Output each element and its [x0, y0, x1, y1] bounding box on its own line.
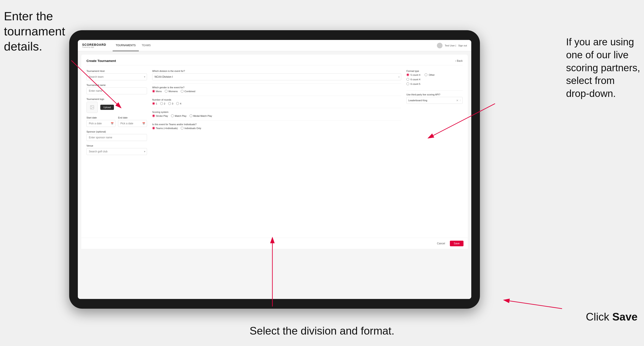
tablet-device: SCOREBOARD Powered by clippi TOURNAMENTS… [69, 30, 480, 309]
end-date-group: End date 📅 [118, 116, 147, 127]
gender-mens-radio[interactable] [152, 90, 155, 93]
save-button[interactable]: Save [450, 241, 464, 246]
rounds-2-radio[interactable] [160, 102, 163, 105]
format-6c5[interactable]: 6 count 5 [406, 82, 420, 85]
format-other-radio[interactable] [424, 73, 428, 76]
rounds-4-radio[interactable] [176, 102, 179, 105]
ann-br-bold: Save [612, 311, 638, 323]
format-other[interactable]: Other [424, 73, 435, 76]
back-link[interactable]: Back [455, 59, 463, 62]
gender-radio-group: Mens Womens Combined [152, 90, 401, 93]
division-label: Which division is the event for? [152, 70, 401, 72]
annotation-bottom-center: Select the division and format. [250, 325, 394, 337]
rounds-3[interactable]: 3 [168, 102, 173, 105]
format-6c4[interactable]: 6 count 4 [406, 78, 420, 81]
start-date-group: Start date 📅 [86, 116, 116, 127]
teams-individuals-label: Individuals Only [184, 127, 201, 130]
panel-footer: Cancel Save [81, 238, 468, 249]
format-6c4-radio[interactable] [406, 78, 409, 81]
form-columns: Tournament Host ▾ Tournament name Tourna [86, 70, 463, 159]
scoring-medal-radio[interactable] [190, 114, 192, 117]
division-group: Which division is the event for? NCAA Di… [152, 70, 401, 80]
rounds-label: Number of rounds [152, 98, 401, 101]
teams-radio-group: Teams (+Individuals) Individuals Only [152, 127, 401, 130]
format-other-wrap: Other [424, 73, 435, 78]
sponsor-input[interactable] [86, 134, 147, 141]
right-column: Format type 5 count 4 6 coun [406, 70, 463, 159]
teams-group: Is this event for Teams and/or Individua… [152, 123, 401, 130]
rounds-1[interactable]: 1 [152, 102, 157, 105]
division-select[interactable]: NCAA Division I [152, 73, 401, 80]
calendar-icon-end: 📅 [142, 122, 145, 125]
ann-bc: Select the division and format. [250, 325, 394, 337]
gender-womens-radio[interactable] [165, 90, 168, 93]
annotation-top-left-text: Enter the tournament details. [4, 9, 65, 53]
tournament-name-input[interactable] [86, 87, 147, 94]
svg-point-1 [91, 106, 92, 107]
svg-line-6 [504, 300, 562, 309]
clear-icon[interactable]: ✕ [456, 99, 458, 102]
format-6c5-radio[interactable] [406, 82, 409, 85]
rounds-1-radio[interactable] [152, 102, 155, 105]
search-icon: ▾ [144, 75, 145, 78]
scoring-stroke-radio[interactable] [152, 114, 155, 117]
expand-icon[interactable]: ⁝ [460, 99, 461, 102]
division-select-wrap: NCAA Division I [152, 73, 401, 80]
teams-individuals[interactable]: Individuals Only [181, 127, 201, 130]
rounds-1-label: 1 [156, 102, 157, 105]
scoring-medal[interactable]: Medal Match Play [190, 114, 212, 117]
live-scoring-actions: ✕ ⁝ [456, 99, 461, 102]
format-5c4-radio[interactable] [406, 73, 409, 76]
format-options-left: 5 count 4 6 count 4 6 count 5 [406, 73, 420, 87]
nav-link-teams[interactable]: TEAMS [139, 40, 154, 51]
scoring-match[interactable]: Match Play [171, 114, 186, 117]
live-scoring-group: Use third-party live scoring API? Leader… [406, 93, 463, 104]
rounds-4[interactable]: 4 [176, 102, 181, 105]
teams-teams[interactable]: Teams (+Individuals) [152, 127, 178, 130]
gender-label: Which gender is the event for? [152, 86, 401, 89]
scoring-radio-group: Stroke Play Match Play Medal Match Play [152, 114, 401, 117]
end-date-label: End date [118, 116, 147, 119]
rounds-2[interactable]: 2 [160, 102, 165, 105]
name-label: Tournament name [86, 84, 147, 86]
scoring-medal-label: Medal Match Play [193, 115, 212, 117]
create-tournament-panel: Create Tournament Back Tournament Host ▾ [81, 55, 468, 249]
gender-mens[interactable]: Mens [152, 90, 162, 93]
gender-combined-label: Combined [184, 90, 195, 93]
scoring-match-radio[interactable] [171, 114, 174, 117]
left-column: Tournament Host ▾ Tournament name Tourna [86, 70, 147, 159]
user-label: Test User | [445, 44, 456, 47]
scoring-stroke[interactable]: Stroke Play [152, 114, 168, 117]
calendar-icon: 📅 [111, 122, 114, 125]
gender-combined-radio[interactable] [181, 90, 184, 93]
venue-label: Venue [86, 144, 147, 147]
gender-womens-label: Womens [168, 90, 178, 93]
gender-womens[interactable]: Womens [165, 90, 178, 93]
format-type-group: Format type 5 count 4 6 coun [406, 70, 463, 87]
live-scoring-input-wrap: Leaderboard King ✕ ⁝ [406, 97, 463, 104]
format-5c4[interactable]: 5 count 4 [406, 73, 420, 76]
venue-search-input[interactable] [86, 148, 147, 155]
nav-logo: SCOREBOARD Powered by clippi [82, 43, 106, 48]
teams-individuals-radio[interactable] [181, 127, 184, 130]
teams-teams-radio[interactable] [152, 127, 155, 130]
live-scoring-label: Use third-party live scoring API? [406, 93, 463, 96]
teams-teams-label: Teams (+Individuals) [156, 127, 178, 130]
host-search-input[interactable] [86, 73, 147, 80]
host-label: Tournament Host [86, 70, 147, 72]
host-input-wrap: ▾ [86, 73, 147, 80]
rounds-3-radio[interactable] [168, 102, 171, 105]
gender-combined[interactable]: Combined [181, 90, 195, 93]
ann-br-prefix: Click [586, 311, 612, 323]
avatar [437, 43, 442, 48]
nav-link-tournaments[interactable]: TOURNAMENTS [113, 40, 138, 51]
upload-button[interactable]: Upload [100, 105, 114, 110]
cancel-button[interactable]: Cancel [434, 241, 448, 246]
nav-right: Test User | Sign out [437, 43, 467, 48]
live-scoring-value: Leaderboard King [408, 99, 456, 102]
panel-header: Create Tournament Back [86, 59, 463, 65]
sign-out-link[interactable]: Sign out [458, 44, 467, 47]
logo-label: Tournament logo [86, 98, 147, 100]
ann-tr-3: scoring partners, [566, 62, 640, 73]
date-group: Start date 📅 End date [86, 116, 147, 127]
